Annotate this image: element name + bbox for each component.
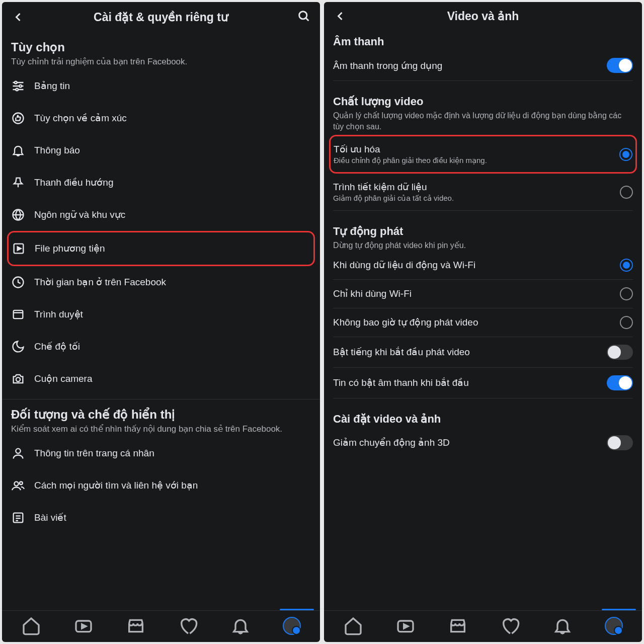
row-optimize[interactable]: Tối ưu hóa Điều chỉnh độ phân giải theo … <box>334 136 632 172</box>
nav-marketplace[interactable] <box>126 616 146 636</box>
svg-marker-25 <box>82 624 86 628</box>
users-icon <box>11 478 25 493</box>
menu-label: Cách mọi người tìm và liên hệ với bạn <box>34 479 198 491</box>
quality-group-header: Chất lượng video Quản lý chất lượng vide… <box>333 81 633 132</box>
menu-item-camera-roll[interactable]: Cuộn camera <box>11 363 311 395</box>
svg-point-0 <box>299 12 307 19</box>
window-icon <box>11 307 25 321</box>
svg-point-16 <box>16 377 20 381</box>
setting-label: Âm thanh trong ứng dụng <box>333 60 600 71</box>
video-photo-group-header: Cài đặt video và ảnh <box>333 398 633 426</box>
svg-marker-12 <box>18 247 21 250</box>
menu-label: Cuộn camera <box>34 373 93 384</box>
row-in-app-sound[interactable]: Âm thanh trong ứng dụng <box>333 50 633 81</box>
nav-marketplace[interactable] <box>448 616 468 636</box>
radio-autoplay-never[interactable] <box>620 316 633 329</box>
menu-item-posts[interactable]: Bài viết <box>11 502 311 527</box>
menu-item-how-find[interactable]: Cách mọi người tìm và liên hệ với bạn <box>11 469 311 502</box>
radio-autoplay-both[interactable] <box>620 259 633 272</box>
search-button[interactable] <box>297 9 311 25</box>
bottom-nav <box>2 610 320 642</box>
svg-marker-27 <box>404 624 408 628</box>
row-autoplay-mobile-wifi[interactable]: Khi dùng dữ liệu di động và Wi-Fi <box>333 251 633 280</box>
group-title: Chất lượng video <box>333 95 633 108</box>
menu-label: Thời gian bạn ở trên Facebook <box>34 276 166 288</box>
setting-label: Tối ưu hóa <box>334 143 612 155</box>
nav-watch[interactable] <box>73 616 94 636</box>
toggle-sound-video-start[interactable] <box>607 345 633 360</box>
menu-item-reactions[interactable]: Tùy chọn về cảm xúc <box>11 102 311 134</box>
nav-menu-avatar[interactable] <box>283 617 301 635</box>
setting-label: Trình tiết kiệm dữ liệu <box>333 181 613 193</box>
header-title: Cài đặt & quyền riêng tư <box>25 11 297 24</box>
section-subtitle: Kiểm soát xem ai có thể nhìn thấy nội du… <box>11 424 311 435</box>
header-title: Video và ảnh <box>347 10 619 23</box>
row-autoplay-never[interactable]: Không bao giờ tự động phát video <box>333 308 633 337</box>
group-subtitle: Quản lý chất lượng video mặc định và lượ… <box>333 110 633 132</box>
section-title: Đối tượng và chế độ hiển thị <box>11 408 311 422</box>
svg-line-1 <box>306 18 308 21</box>
group-subtitle: Dừng tự động phát video khi pin yếu. <box>333 240 633 251</box>
row-sound-on-video-start[interactable]: Bật tiếng khi bắt đầu phát video <box>333 337 633 368</box>
toggle-reduce-3d-motion[interactable] <box>607 435 633 450</box>
menu-label: Chế độ tối <box>34 341 80 352</box>
highlight-media: File phương tiện <box>7 231 315 266</box>
menu-label: File phương tiện <box>35 243 105 254</box>
highlight-optimize: Tối ưu hóa Điều chỉnh độ phân giải theo … <box>329 135 637 174</box>
menu-item-nav-bar[interactable]: Thanh điều hướng <box>11 167 311 199</box>
menu-item-news-feed[interactable]: Bảng tin <box>11 70 311 102</box>
svg-point-5 <box>19 85 22 88</box>
content-area: Âm thanh Âm thanh trong ứng dụng Chất lư… <box>324 30 642 609</box>
nav-notifications[interactable] <box>230 616 251 636</box>
menu-item-notifications[interactable]: Thông báo <box>11 134 311 167</box>
nav-home[interactable] <box>343 616 363 636</box>
svg-point-3 <box>15 82 17 84</box>
nav-menu-avatar[interactable] <box>605 617 623 635</box>
row-stories-sound[interactable]: Tin có bật âm thanh khi bắt đầu <box>333 368 633 398</box>
autoplay-group-header: Tự động phát Dừng tự động phát video khi… <box>333 211 633 251</box>
setting-label: Giảm chuyển động ảnh 3D <box>333 437 600 448</box>
radio-optimize[interactable] <box>619 148 632 161</box>
bottom-nav <box>324 610 642 642</box>
menu-label: Thông tin trên trang cá nhân <box>34 448 154 459</box>
menu-label: Thông báo <box>34 145 80 156</box>
svg-point-17 <box>16 449 20 453</box>
moon-icon <box>11 340 25 354</box>
setting-desc: Giảm độ phân giải của tất cả video. <box>333 194 613 203</box>
menu-item-browser[interactable]: Trình duyệt <box>11 298 311 331</box>
setting-label: Khi dùng dữ liệu di động và Wi-Fi <box>333 259 613 271</box>
menu-item-profile-info[interactable]: Thông tin trên trang cá nhân <box>11 437 311 469</box>
menu-label: Tùy chọn về cảm xúc <box>34 112 127 124</box>
back-button[interactable] <box>11 10 25 24</box>
row-autoplay-wifi[interactable]: Chỉ khi dùng Wi-Fi <box>333 280 633 308</box>
preferences-section-header: Tùy chọn Tùy chỉnh trải nghiệm của bạn t… <box>11 32 311 70</box>
nav-dating[interactable] <box>500 616 520 636</box>
svg-point-18 <box>14 481 18 486</box>
radio-data-saver[interactable] <box>620 186 633 199</box>
nav-notifications[interactable] <box>552 616 573 636</box>
toggle-stories-sound[interactable] <box>607 375 633 390</box>
pin-icon <box>11 176 25 190</box>
menu-item-dark-mode[interactable]: Chế độ tối <box>11 331 311 363</box>
menu-item-time[interactable]: Thời gian bạn ở trên Facebook <box>11 266 311 298</box>
row-data-saver[interactable]: Trình tiết kiệm dữ liệu Giảm độ phân giả… <box>333 174 633 211</box>
nav-dating[interactable] <box>178 616 198 636</box>
thumbs-up-icon <box>11 111 25 125</box>
menu-item-media[interactable]: File phương tiện <box>12 232 310 265</box>
row-reduce-3d-motion[interactable]: Giảm chuyển động ảnh 3D <box>333 428 633 458</box>
header: Cài đặt & quyền riêng tư <box>2 2 320 32</box>
header: Video và ảnh <box>324 2 642 30</box>
menu-label: Bảng tin <box>34 80 70 92</box>
svg-point-19 <box>20 481 23 485</box>
menu-label: Ngôn ngữ và khu vực <box>34 209 125 220</box>
content-area: Tùy chọn Tùy chỉnh trải nghiệm của bạn t… <box>2 32 320 609</box>
toggle-in-app-sound[interactable] <box>607 58 633 73</box>
menu-item-language[interactable]: Ngôn ngữ và khu vực <box>11 199 311 231</box>
radio-autoplay-wifi[interactable] <box>620 287 633 300</box>
back-button[interactable] <box>333 9 347 23</box>
menu-label: Thanh điều hướng <box>34 177 114 188</box>
nav-watch[interactable] <box>395 616 416 636</box>
nav-home[interactable] <box>21 616 41 636</box>
section-title: Tùy chọn <box>11 40 311 54</box>
document-icon <box>11 511 25 525</box>
